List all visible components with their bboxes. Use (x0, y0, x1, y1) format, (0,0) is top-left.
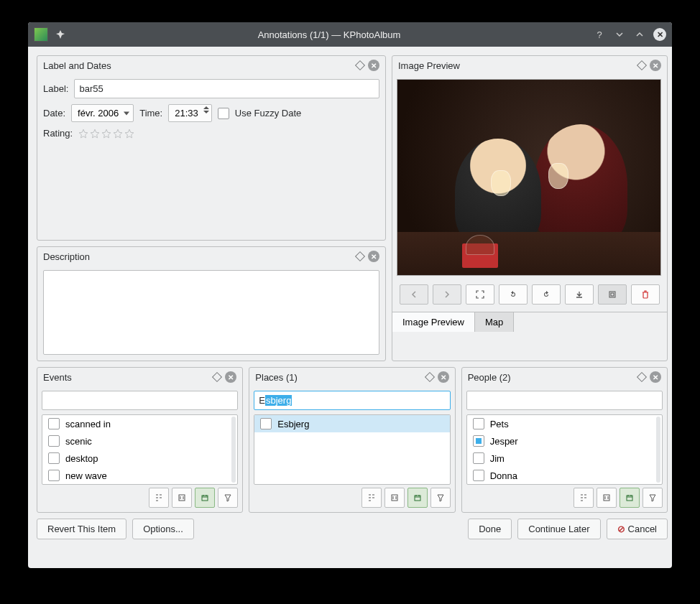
list-item-label: Jim (490, 453, 505, 464)
scrollbar[interactable] (656, 417, 660, 483)
close-icon[interactable]: ✕ (653, 28, 666, 41)
list-item-label: Jesper (490, 436, 518, 447)
area-button[interactable] (598, 284, 627, 305)
checkbox[interactable] (473, 452, 484, 464)
sort-alpha-button[interactable] (172, 488, 192, 508)
cancel-label: Cancel (628, 524, 657, 534)
checkbox[interactable] (260, 418, 272, 429)
sort-alpha-button[interactable] (597, 488, 617, 508)
continue-later-button[interactable]: Continue Later (517, 519, 600, 539)
sort-tree-button[interactable] (149, 488, 169, 508)
list-item: Pets (467, 415, 662, 432)
list-item-label: Esbjerg (277, 419, 309, 429)
filter-button[interactable] (643, 488, 663, 508)
people-list[interactable]: Pets Jesper Jim Donna (466, 414, 663, 485)
time-spinner[interactable]: 21:33 (168, 104, 212, 122)
preview-tabs: Image Preview Map (392, 312, 667, 332)
list-item-label: scanned in (65, 419, 111, 429)
checkbox[interactable] (48, 418, 60, 429)
float-icon[interactable] (637, 60, 647, 70)
sort-tree-button[interactable] (574, 488, 594, 508)
sort-date-button[interactable] (620, 488, 640, 508)
time-value: 21:33 (175, 108, 198, 119)
svg-rect-7 (627, 496, 632, 501)
svg-rect-4 (392, 495, 397, 501)
checkbox[interactable] (473, 418, 484, 429)
tab-map[interactable]: Map (475, 312, 514, 332)
list-item-label: Donna (490, 470, 517, 481)
rating-label: Rating: (43, 128, 73, 139)
options-button[interactable]: Options... (132, 519, 194, 539)
sort-date-button[interactable] (195, 488, 215, 508)
revert-button[interactable]: Revert This Item (37, 519, 126, 539)
svg-rect-3 (202, 496, 208, 501)
checkbox[interactable] (473, 470, 484, 481)
sort-date-button[interactable] (407, 488, 428, 508)
list-item: desktop (42, 450, 237, 467)
fuzzy-date-label: Use Fuzzy Date (235, 108, 301, 119)
list-item-label: desktop (65, 453, 98, 464)
date-combo[interactable]: févr. 2006 (71, 104, 134, 122)
image-preview-pane: Image Preview ✕ (392, 55, 668, 361)
svg-rect-0 (609, 292, 615, 297)
float-icon[interactable] (355, 60, 365, 70)
rating-stars[interactable] (78, 129, 134, 139)
cancel-icon: ⊘ (617, 524, 625, 534)
places-filter-input[interactable]: Esbjerg (254, 391, 450, 410)
pin-icon[interactable] (52, 29, 65, 40)
done-button[interactable]: Done (468, 519, 512, 539)
label-input[interactable] (74, 79, 379, 98)
sort-tree-button[interactable] (361, 488, 382, 508)
float-icon[interactable] (355, 251, 365, 261)
dialog-footer: Revert This Item Options... Done Continu… (37, 519, 668, 539)
tab-image-preview[interactable]: Image Preview (392, 312, 475, 332)
date-value: févr. 2006 (78, 108, 119, 119)
events-list[interactable]: scanned in scenic desktop new wave (42, 414, 238, 485)
titlebar: Annotations (1/1) — KPhotoAlbum ? ✕ (28, 22, 672, 47)
list-item: Jim (467, 450, 662, 467)
filter-button[interactable] (430, 488, 451, 508)
scrollbar[interactable] (231, 417, 236, 483)
rotate-left-button[interactable] (499, 284, 528, 305)
close-pane-icon[interactable]: ✕ (650, 60, 661, 71)
float-icon[interactable] (637, 372, 647, 382)
time-label: Time: (139, 108, 162, 119)
prev-button[interactable] (400, 284, 428, 305)
checkbox[interactable] (48, 435, 60, 447)
list-item: Esbjerg (254, 415, 449, 432)
checkbox[interactable] (48, 470, 60, 481)
events-filter-input[interactable] (42, 391, 238, 410)
date-label: Date: (43, 108, 65, 119)
list-item: Donna (467, 467, 662, 484)
close-pane-icon[interactable]: ✕ (225, 371, 236, 383)
close-pane-icon[interactable]: ✕ (438, 371, 449, 383)
close-pane-icon[interactable]: ✕ (368, 251, 379, 262)
star-icon (124, 129, 134, 139)
next-button[interactable] (433, 284, 461, 305)
list-item-label: scenic (65, 436, 92, 447)
help-icon[interactable]: ? (593, 28, 606, 41)
people-filter-input[interactable] (466, 391, 663, 410)
maximize-icon[interactable] (633, 28, 646, 41)
description-textarea[interactable] (43, 270, 379, 355)
checkbox[interactable] (48, 452, 60, 464)
cancel-button[interactable]: ⊘Cancel (607, 519, 668, 539)
svg-rect-5 (415, 496, 420, 501)
rotate-right-button[interactable] (532, 284, 561, 305)
places-list[interactable]: Esbjerg (254, 414, 450, 485)
fullscreen-button[interactable] (466, 284, 494, 305)
checkbox[interactable] (473, 435, 484, 447)
float-icon[interactable] (425, 372, 435, 382)
fuzzy-date-checkbox[interactable] (218, 108, 229, 119)
close-pane-icon[interactable]: ✕ (650, 371, 661, 383)
copy-prev-button[interactable] (565, 284, 594, 305)
sort-alpha-button[interactable] (384, 488, 405, 508)
close-pane-icon[interactable]: ✕ (368, 60, 379, 71)
delete-button[interactable] (631, 284, 660, 305)
star-icon (113, 129, 123, 139)
filter-button[interactable] (218, 488, 238, 508)
star-icon (90, 129, 100, 139)
float-icon[interactable] (212, 372, 222, 382)
pane-title: Image Preview (398, 60, 638, 71)
minimize-icon[interactable] (613, 28, 626, 41)
